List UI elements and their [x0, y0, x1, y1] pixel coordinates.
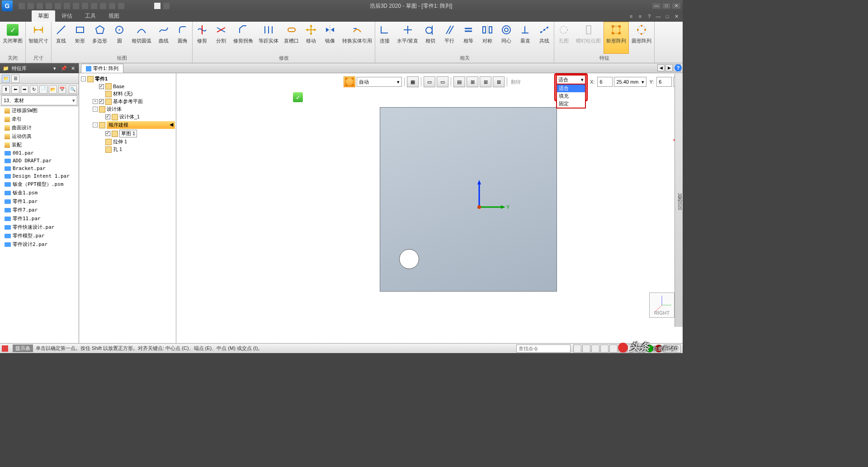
checkbox[interactable]: [99, 84, 104, 89]
feature-tree[interactable]: -零件1Base材料 (无)+基本参考平面-设计体设计体_1-顺序建模 ◀草图 …: [79, 73, 176, 343]
status-icon[interactable]: [609, 344, 618, 353]
tree-node[interactable]: 草图 1: [80, 129, 175, 138]
convert-button[interactable]: 转换实体引用: [340, 22, 375, 54]
fit-option-fill[interactable]: 填充: [557, 92, 585, 100]
pattern-select-icon[interactable]: [344, 76, 355, 87]
qat-btn[interactable]: [45, 2, 52, 9]
right-collapsed-panel[interactable]: 辰3D 2020: [675, 74, 683, 327]
view-tree-icon[interactable]: 📁: [2, 75, 10, 83]
tree-node[interactable]: 拉伸 1: [80, 138, 175, 146]
ribbon-opt-icon[interactable]: ≡: [637, 13, 644, 20]
search-icon[interactable]: 🔍: [69, 85, 77, 94]
expand-icon[interactable]: +: [93, 99, 98, 104]
document-tab[interactable]: 零件1: 阵列: [81, 64, 123, 73]
file-item[interactable]: 零件模型.par: [0, 231, 79, 240]
circ-pattern-button[interactable]: 圆形阵列: [629, 22, 654, 54]
tree-node[interactable]: 材料 (无): [80, 90, 175, 98]
tab-evaluate[interactable]: 评估: [55, 10, 79, 22]
tree-node[interactable]: 孔 1: [80, 146, 175, 153]
colinear-button[interactable]: 共线: [535, 22, 554, 54]
grid3-icon[interactable]: ⊞: [493, 76, 505, 87]
y-count-input[interactable]: [656, 77, 672, 87]
status-icon[interactable]: [591, 344, 599, 353]
nav-date-icon[interactable]: 📅: [58, 85, 66, 94]
chamfer-button[interactable]: 修剪拐角: [231, 22, 256, 54]
hv-button[interactable]: 水平/竖直: [394, 22, 421, 54]
tree-node[interactable]: +基本参考平面: [80, 98, 175, 105]
file-item[interactable]: 零件设计2.par: [0, 240, 79, 249]
qat-btn[interactable]: [108, 2, 116, 9]
qat-btn[interactable]: [54, 2, 61, 9]
checkbox[interactable]: [105, 131, 110, 136]
tan-arc-button[interactable]: 相切圆弧: [129, 22, 154, 54]
nav-back-icon[interactable]: ⬅: [11, 85, 19, 94]
help-bubble-icon[interactable]: ?: [675, 64, 682, 71]
nav-fwd-icon[interactable]: ➡: [21, 85, 29, 94]
close-icon[interactable]: ✕: [672, 3, 681, 9]
symmetric-button[interactable]: 对称: [478, 22, 497, 54]
fit-option-fixed[interactable]: 固定: [557, 100, 585, 108]
min-ribbon-icon[interactable]: —: [655, 13, 662, 20]
connect-button[interactable]: 连接: [375, 22, 394, 54]
qat-btn[interactable]: [81, 2, 89, 9]
tree-node[interactable]: -顺序建模 ◀: [80, 121, 175, 129]
view-cube[interactable]: RIGHT: [649, 292, 675, 318]
fit-mode-dropdown[interactable]: 适合 适合 填充 固定: [556, 75, 586, 108]
fit-mode-field[interactable]: 适合: [556, 75, 586, 85]
folder-item[interactable]: 曲面设计: [0, 123, 79, 132]
move-button[interactable]: 移动: [302, 22, 321, 54]
nav-new-icon[interactable]: 📄: [39, 85, 47, 94]
confirm-check-icon[interactable]: ✓: [293, 92, 303, 102]
parallel-button[interactable]: 平行: [440, 22, 459, 54]
library-folder-combo[interactable]: 13、素材: [1, 95, 77, 105]
maximize-icon[interactable]: □: [662, 3, 671, 9]
status-icon[interactable]: [600, 344, 609, 353]
file-item[interactable]: 零件7.par: [0, 206, 79, 214]
equal-button[interactable]: 相等: [459, 22, 478, 54]
curve-button[interactable]: 曲线: [154, 22, 173, 54]
tab-view[interactable]: 视图: [102, 10, 126, 22]
qat-cursor-icon[interactable]: [154, 2, 161, 9]
panel-close-icon[interactable]: ✕: [70, 65, 76, 71]
tangent-button[interactable]: 相切: [421, 22, 440, 54]
qat-undo-icon[interactable]: [27, 2, 34, 9]
qat-btn[interactable]: [90, 2, 98, 9]
file-item[interactable]: Design Intent 1.par: [0, 172, 79, 180]
nav-folder-icon[interactable]: 📂: [49, 85, 57, 94]
qat-save-icon[interactable]: [18, 2, 25, 9]
rect-button[interactable]: 矩形: [71, 22, 90, 54]
mirror-button[interactable]: 镜像: [321, 22, 340, 54]
file-item[interactable]: 零件1.par: [0, 197, 79, 206]
opt-icon-4[interactable]: ▤: [453, 76, 465, 87]
folder-item[interactable]: 迁移源SW图: [0, 106, 79, 115]
status-icon[interactable]: [582, 344, 590, 353]
circle-button[interactable]: 圆: [110, 22, 129, 54]
help-icon[interactable]: ?: [646, 13, 653, 20]
qat-btn[interactable]: [99, 2, 107, 9]
grid2-icon[interactable]: ⊞: [480, 76, 491, 87]
concentric-button[interactable]: 同心: [497, 22, 516, 54]
auto-mode-combo[interactable]: 自动: [357, 77, 402, 87]
fillet-button[interactable]: 圆角: [173, 22, 192, 54]
checkbox[interactable]: [105, 114, 110, 119]
tree-root[interactable]: -零件1: [80, 75, 175, 83]
view-list-icon[interactable]: ☰: [11, 75, 19, 83]
qat-redo-icon[interactable]: [36, 2, 43, 9]
polygon-button[interactable]: 多边形: [90, 22, 110, 54]
qat-btn[interactable]: [72, 2, 80, 9]
trim-button[interactable]: 修剪: [193, 22, 212, 54]
panel-pin-icon[interactable]: 📌: [61, 65, 67, 71]
close-sketch-button[interactable]: ✓关闭草图: [0, 22, 25, 54]
flip-label[interactable]: 翻转: [509, 79, 522, 85]
restore-icon[interactable]: □: [664, 13, 671, 20]
x-count-input[interactable]: [597, 77, 613, 87]
opt-icon-2[interactable]: ▭: [424, 76, 435, 87]
file-item[interactable]: 钣金1.psm: [0, 189, 79, 197]
file-item[interactable]: Bracket.par: [0, 165, 79, 172]
qat-dropdown-icon[interactable]: [163, 2, 170, 9]
folder-item[interactable]: 运动仿真: [0, 132, 79, 141]
file-item[interactable]: 零件快速设计.par: [0, 223, 79, 231]
folder-item[interactable]: 牵引: [0, 115, 79, 123]
panel-menu-icon[interactable]: ▾: [52, 65, 58, 71]
tab-sketch[interactable]: 草图: [32, 10, 55, 22]
